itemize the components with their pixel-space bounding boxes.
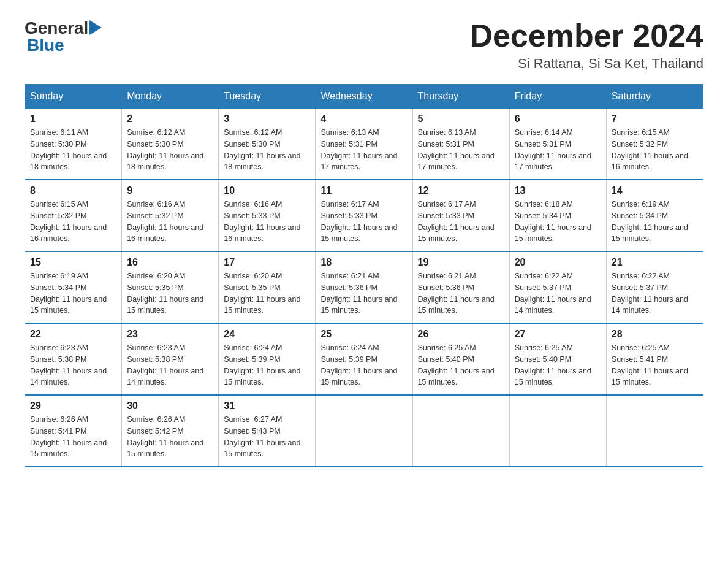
day-info: Sunrise: 6:18 AMSunset: 5:34 PMDaylight:…	[515, 200, 591, 243]
day-number: 25	[320, 329, 407, 340]
day-number: 29	[30, 400, 116, 412]
day-number: 7	[612, 113, 698, 124]
calendar-cell	[509, 395, 606, 467]
day-number: 14	[612, 185, 698, 196]
calendar-cell: 8 Sunrise: 6:15 AMSunset: 5:32 PMDayligh…	[25, 180, 122, 251]
day-number: 3	[224, 113, 310, 124]
calendar-week-2: 8 Sunrise: 6:15 AMSunset: 5:32 PMDayligh…	[25, 180, 703, 251]
month-title: December 2024	[469, 18, 703, 53]
day-number: 15	[30, 257, 116, 268]
day-number: 4	[320, 113, 407, 124]
day-number: 17	[224, 257, 310, 268]
day-number: 28	[612, 329, 698, 340]
day-info: Sunrise: 6:20 AMSunset: 5:35 PMDaylight:…	[224, 272, 300, 315]
day-number: 6	[515, 113, 601, 124]
day-info: Sunrise: 6:22 AMSunset: 5:37 PMDaylight:…	[515, 272, 591, 315]
day-number: 10	[224, 185, 310, 196]
svg-marker-0	[89, 20, 102, 35]
calendar-cell: 24 Sunrise: 6:24 AMSunset: 5:39 PMDaylig…	[219, 323, 316, 395]
day-info: Sunrise: 6:13 AMSunset: 5:31 PMDaylight:…	[320, 128, 397, 171]
calendar-cell: 2 Sunrise: 6:12 AMSunset: 5:30 PMDayligh…	[122, 109, 219, 180]
day-number: 9	[127, 185, 213, 196]
calendar-week-4: 22 Sunrise: 6:23 AMSunset: 5:38 PMDaylig…	[25, 323, 703, 395]
day-info: Sunrise: 6:27 AMSunset: 5:43 PMDaylight:…	[224, 415, 300, 458]
title-section: December 2024 Si Rattana, Si Sa Ket, Tha…	[469, 18, 703, 72]
calendar-cell: 18 Sunrise: 6:21 AMSunset: 5:36 PMDaylig…	[316, 251, 412, 323]
logo-triangle-icon	[89, 20, 102, 35]
day-number: 11	[320, 185, 407, 196]
logo: General Blue	[25, 18, 102, 55]
calendar-cell: 7 Sunrise: 6:15 AMSunset: 5:32 PMDayligh…	[606, 109, 703, 180]
calendar-cell: 28 Sunrise: 6:25 AMSunset: 5:41 PMDaylig…	[606, 323, 703, 395]
day-number: 19	[418, 257, 504, 268]
location-subtitle: Si Rattana, Si Sa Ket, Thailand	[469, 56, 703, 72]
day-info: Sunrise: 6:26 AMSunset: 5:42 PMDaylight:…	[127, 415, 203, 458]
day-info: Sunrise: 6:21 AMSunset: 5:36 PMDaylight:…	[418, 272, 495, 315]
day-info: Sunrise: 6:25 AMSunset: 5:40 PMDaylight:…	[418, 343, 495, 386]
header-tuesday: Tuesday	[219, 85, 316, 109]
day-info: Sunrise: 6:26 AMSunset: 5:41 PMDaylight:…	[30, 415, 107, 458]
calendar-week-3: 15 Sunrise: 6:19 AMSunset: 5:34 PMDaylig…	[25, 251, 703, 323]
calendar-table: SundayMondayTuesdayWednesdayThursdayFrid…	[25, 84, 703, 467]
page-header: General Blue December 2024 Si Rattana, S…	[25, 18, 703, 72]
calendar-cell: 5 Sunrise: 6:13 AMSunset: 5:31 PMDayligh…	[412, 109, 509, 180]
day-info: Sunrise: 6:15 AMSunset: 5:32 PMDaylight:…	[612, 128, 688, 171]
day-info: Sunrise: 6:17 AMSunset: 5:33 PMDaylight:…	[320, 200, 397, 243]
day-info: Sunrise: 6:24 AMSunset: 5:39 PMDaylight:…	[320, 343, 397, 386]
day-info: Sunrise: 6:23 AMSunset: 5:38 PMDaylight:…	[127, 343, 203, 386]
calendar-cell: 10 Sunrise: 6:16 AMSunset: 5:33 PMDaylig…	[219, 180, 316, 251]
calendar-cell: 17 Sunrise: 6:20 AMSunset: 5:35 PMDaylig…	[219, 251, 316, 323]
day-info: Sunrise: 6:20 AMSunset: 5:35 PMDaylight:…	[127, 272, 203, 315]
day-info: Sunrise: 6:23 AMSunset: 5:38 PMDaylight:…	[30, 343, 107, 386]
day-number: 24	[224, 329, 310, 340]
calendar-cell: 19 Sunrise: 6:21 AMSunset: 5:36 PMDaylig…	[412, 251, 509, 323]
calendar-cell: 1 Sunrise: 6:11 AMSunset: 5:30 PMDayligh…	[25, 109, 122, 180]
header-friday: Friday	[509, 85, 606, 109]
day-number: 13	[515, 185, 601, 196]
calendar-cell: 6 Sunrise: 6:14 AMSunset: 5:31 PMDayligh…	[509, 109, 606, 180]
calendar-cell: 12 Sunrise: 6:17 AMSunset: 5:33 PMDaylig…	[412, 180, 509, 251]
logo-blue-text: Blue	[27, 36, 64, 55]
day-number: 22	[30, 329, 116, 340]
calendar-cell: 30 Sunrise: 6:26 AMSunset: 5:42 PMDaylig…	[122, 395, 219, 467]
calendar-cell: 13 Sunrise: 6:18 AMSunset: 5:34 PMDaylig…	[509, 180, 606, 251]
calendar-header-row: SundayMondayTuesdayWednesdayThursdayFrid…	[25, 85, 703, 109]
header-monday: Monday	[122, 85, 219, 109]
calendar-cell	[412, 395, 509, 467]
day-number: 31	[224, 400, 310, 412]
day-info: Sunrise: 6:19 AMSunset: 5:34 PMDaylight:…	[30, 272, 107, 315]
calendar-cell: 4 Sunrise: 6:13 AMSunset: 5:31 PMDayligh…	[316, 109, 412, 180]
day-info: Sunrise: 6:14 AMSunset: 5:31 PMDaylight:…	[515, 128, 591, 171]
calendar-cell: 31 Sunrise: 6:27 AMSunset: 5:43 PMDaylig…	[219, 395, 316, 467]
day-number: 20	[515, 257, 601, 268]
calendar-cell: 14 Sunrise: 6:19 AMSunset: 5:34 PMDaylig…	[606, 180, 703, 251]
calendar-cell	[316, 395, 412, 467]
calendar-week-5: 29 Sunrise: 6:26 AMSunset: 5:41 PMDaylig…	[25, 395, 703, 467]
calendar-cell: 21 Sunrise: 6:22 AMSunset: 5:37 PMDaylig…	[606, 251, 703, 323]
day-info: Sunrise: 6:19 AMSunset: 5:34 PMDaylight:…	[612, 200, 688, 243]
day-number: 1	[30, 113, 116, 124]
calendar-cell: 3 Sunrise: 6:12 AMSunset: 5:30 PMDayligh…	[219, 109, 316, 180]
calendar-cell: 23 Sunrise: 6:23 AMSunset: 5:38 PMDaylig…	[122, 323, 219, 395]
day-info: Sunrise: 6:15 AMSunset: 5:32 PMDaylight:…	[30, 200, 107, 243]
day-number: 21	[612, 257, 698, 268]
calendar-cell: 20 Sunrise: 6:22 AMSunset: 5:37 PMDaylig…	[509, 251, 606, 323]
day-number: 8	[30, 185, 116, 196]
day-info: Sunrise: 6:21 AMSunset: 5:36 PMDaylight:…	[320, 272, 397, 315]
day-info: Sunrise: 6:25 AMSunset: 5:40 PMDaylight:…	[515, 343, 591, 386]
day-number: 27	[515, 329, 601, 340]
day-info: Sunrise: 6:11 AMSunset: 5:30 PMDaylight:…	[30, 128, 107, 171]
day-number: 12	[418, 185, 504, 196]
calendar-cell: 26 Sunrise: 6:25 AMSunset: 5:40 PMDaylig…	[412, 323, 509, 395]
day-number: 2	[127, 113, 213, 124]
day-info: Sunrise: 6:22 AMSunset: 5:37 PMDaylight:…	[612, 272, 688, 315]
day-number: 16	[127, 257, 213, 268]
calendar-cell	[606, 395, 703, 467]
header-wednesday: Wednesday	[316, 85, 412, 109]
day-info: Sunrise: 6:24 AMSunset: 5:39 PMDaylight:…	[224, 343, 300, 386]
day-info: Sunrise: 6:25 AMSunset: 5:41 PMDaylight:…	[612, 343, 688, 386]
header-sunday: Sunday	[25, 85, 122, 109]
day-info: Sunrise: 6:16 AMSunset: 5:32 PMDaylight:…	[127, 200, 203, 243]
day-info: Sunrise: 6:16 AMSunset: 5:33 PMDaylight:…	[224, 200, 300, 243]
day-info: Sunrise: 6:12 AMSunset: 5:30 PMDaylight:…	[127, 128, 203, 171]
